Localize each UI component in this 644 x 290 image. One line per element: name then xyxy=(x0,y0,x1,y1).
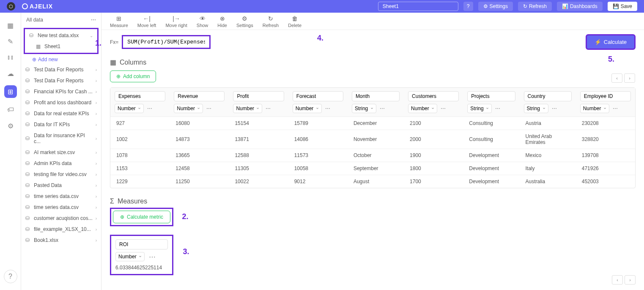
bars-icon[interactable]: ⫾⫾ xyxy=(6,53,15,62)
page-next-button[interactable]: › xyxy=(624,73,635,83)
sidebar-file-item[interactable]: ⛁customer acuqistion cos...› xyxy=(21,213,101,224)
calculate-metric-button[interactable]: ⊕Calculate metric xyxy=(113,211,170,223)
table-cell: 1229 xyxy=(110,175,170,188)
app-logo-icon: ⬡ xyxy=(7,2,15,11)
column-name-input[interactable] xyxy=(233,91,284,101)
measure-tool[interactable]: ⊞Measure xyxy=(110,15,128,28)
table-cell: 10022 xyxy=(229,175,288,188)
sidebar-file-item[interactable]: ⛁Pasted Data› xyxy=(21,180,101,191)
column-type-select[interactable]: String xyxy=(467,104,492,113)
sidebar-file-item[interactable]: ⛁Profit and loss dashboard› xyxy=(21,97,101,108)
table-row: 1002148731387114086November2000Consultin… xyxy=(110,130,635,149)
column-more-icon[interactable]: ⋯ xyxy=(323,106,332,111)
sidebar-file-item[interactable]: ⛁Book1.xlsx› xyxy=(21,235,101,246)
dashboards-button[interactable]: 📊Dashboards xyxy=(557,2,603,11)
sidebar-file-item[interactable]: ⛁Admin KPIs data› xyxy=(21,158,101,169)
column-type-select[interactable]: String xyxy=(352,104,376,113)
sidebar-file-item[interactable]: ⛁file_example_XLSX_10...› xyxy=(21,224,101,235)
calculate-button[interactable]: ⚡Calculate xyxy=(586,34,636,50)
edit-icon[interactable]: ✎ xyxy=(6,37,15,46)
sidebar-file-item[interactable]: ⛁time series data.csv› xyxy=(21,202,101,213)
table-cell: Development xyxy=(463,149,519,162)
column-type-select[interactable]: Number xyxy=(408,104,437,113)
chevron-right-icon: › xyxy=(96,68,97,72)
column-more-icon[interactable]: ⋯ xyxy=(439,106,447,111)
sidebar-file-item[interactable]: ⛁Financial KPIs for Cash ...› xyxy=(21,86,101,97)
sidebar-file-item[interactable]: ⛁time series data.csv› xyxy=(21,191,101,202)
formula-input[interactable] xyxy=(122,35,211,49)
save-button[interactable]: 💾Save xyxy=(608,2,637,11)
column-type-select[interactable]: Number xyxy=(115,104,144,113)
help-button[interactable]: ? xyxy=(463,2,473,11)
move-right-tool[interactable]: |→Move right xyxy=(165,15,187,28)
column-name-input[interactable] xyxy=(293,91,343,101)
measure-type-select[interactable]: Number xyxy=(115,252,145,261)
nodes-icon[interactable]: ⊞ xyxy=(4,85,17,98)
sidebar-file-item[interactable]: ⛁testing file for video.csv› xyxy=(21,169,101,180)
column-name-input[interactable] xyxy=(352,91,400,101)
settings-button[interactable]: ⚙Settings xyxy=(478,2,513,11)
sheet-item[interactable]: ▦ Sheet1 xyxy=(25,41,97,52)
column-more-icon[interactable]: ⋯ xyxy=(145,106,154,111)
file-label: New test data.xlsx xyxy=(38,33,79,38)
column-type-select[interactable]: String xyxy=(524,104,548,113)
show-tool[interactable]: 👁Show xyxy=(197,15,208,28)
column-more-icon[interactable]: ⋯ xyxy=(611,106,619,111)
move-left-tool[interactable]: ←|Move left xyxy=(137,15,156,28)
sidebar-file-item[interactable]: ⛁Data for real estate KPIs› xyxy=(21,108,101,119)
column-name-input[interactable] xyxy=(115,91,165,101)
tag-icon[interactable]: 🏷 xyxy=(6,106,15,114)
column-name-input[interactable] xyxy=(408,91,459,101)
toolbar: ⊞Measure ←|Move left |→Move right 👁Show … xyxy=(101,13,644,30)
arrow-right-icon: |→ xyxy=(173,15,180,22)
table-cell: Mexico xyxy=(520,149,576,162)
column-more-icon[interactable]: ⋯ xyxy=(264,106,272,111)
cloud-icon[interactable]: ☁ xyxy=(6,69,15,78)
chevron-down-icon: ⌄ xyxy=(90,33,93,38)
chevron-right-icon: › xyxy=(96,89,97,94)
sheet-name-input[interactable] xyxy=(378,2,458,11)
sidebar-file-item[interactable]: ⛁Test Data For Reports› xyxy=(21,75,101,86)
sidebar-more-icon[interactable]: ⋯ xyxy=(91,17,96,23)
page-prev-button[interactable]: ‹ xyxy=(611,73,622,83)
file-label: file_example_XLSX_10... xyxy=(34,226,91,232)
measure-prev-button[interactable]: ‹ xyxy=(612,275,623,285)
file-label: Data for real estate KPIs xyxy=(34,111,89,117)
file-label: time series data.csv xyxy=(34,193,79,199)
settings-tool[interactable]: ⚙Settings xyxy=(236,15,253,28)
measure-more-icon[interactable]: ⋯ xyxy=(147,253,157,261)
file-item-current[interactable]: ⛁ New test data.xlsx ⌄ xyxy=(25,30,97,41)
grid-icon[interactable]: ▦ xyxy=(6,21,15,30)
delete-tool[interactable]: 🗑Delete xyxy=(288,15,301,28)
sidebar-file-item[interactable]: ⛁Data for insurance KPI c...› xyxy=(21,130,101,147)
column-name-input[interactable] xyxy=(524,91,572,101)
column-name-input[interactable] xyxy=(174,91,225,101)
table-cell: 14086 xyxy=(288,130,348,149)
refresh-button[interactable]: ↻Refresh xyxy=(518,2,552,11)
settings-icon[interactable]: ⚙ xyxy=(6,122,15,130)
column-type-select[interactable]: Number xyxy=(580,104,609,113)
column-more-icon[interactable]: ⋯ xyxy=(378,106,386,111)
column-header: Number⋯ xyxy=(170,88,229,117)
measure-next-button[interactable]: › xyxy=(625,275,636,285)
column-type-select[interactable]: Number xyxy=(233,104,262,113)
hide-tool[interactable]: ⊗Hide xyxy=(217,15,227,28)
refresh-tool[interactable]: ↻Refresh xyxy=(263,15,279,28)
table-cell: 2000 xyxy=(404,130,463,149)
column-more-icon[interactable]: ⋯ xyxy=(493,106,502,111)
table-cell: 1700 xyxy=(404,175,463,188)
sidebar-file-item[interactable]: ⛁Data for IT KPIs› xyxy=(21,119,101,130)
column-name-input[interactable] xyxy=(467,91,515,101)
column-more-icon[interactable]: ⋯ xyxy=(550,106,559,111)
column-more-icon[interactable]: ⋯ xyxy=(205,106,213,111)
help-icon[interactable]: ? xyxy=(4,270,17,283)
sidebar-file-item[interactable]: ⛁AI market size.csv› xyxy=(21,147,101,158)
add-column-button[interactable]: ⊕Add column xyxy=(110,70,156,82)
add-new-link[interactable]: ⊕ Add new xyxy=(21,55,101,64)
column-type-select[interactable]: Number xyxy=(293,104,322,113)
column-name-input[interactable] xyxy=(580,91,631,101)
sidebar-file-item[interactable]: ⛁Test Data For Reports› xyxy=(21,64,101,75)
column-type-select[interactable]: Number xyxy=(174,104,203,113)
measure-value: 6.033844625225114 xyxy=(115,265,168,271)
measure-name-input[interactable] xyxy=(115,239,168,249)
